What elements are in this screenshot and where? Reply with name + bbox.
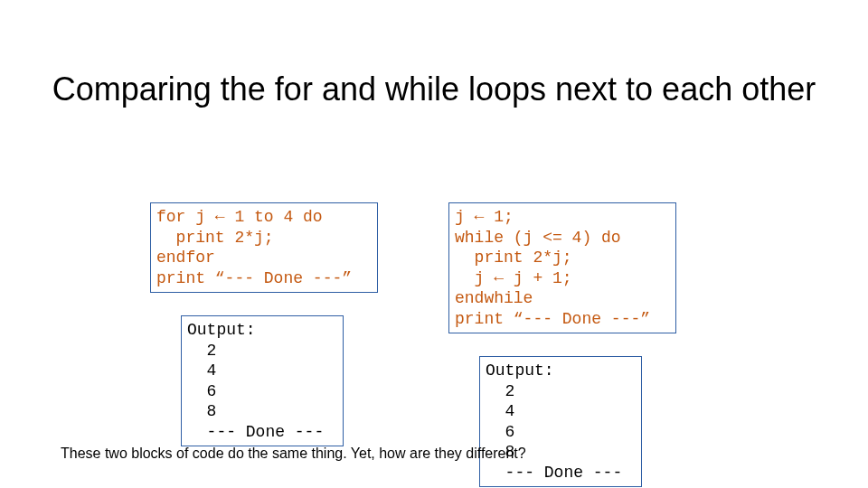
for-loop-code-box: for j ← 1 to 4 do print 2*j; endfor prin… [150,202,378,293]
caption-text: These two blocks of code do the same thi… [61,445,526,463]
while-loop-code-box: j ← 1; while (j <= 4) do print 2*j; j ← … [448,202,676,333]
for-loop-output-box: Output: 2 4 6 8 --- Done --- [181,315,344,446]
while-loop-output-box: Output: 2 4 6 8 --- Done --- [479,356,642,487]
slide: Comparing the for and while loops next t… [0,0,868,488]
slide-title: Comparing the for and while loops next t… [0,70,868,108]
